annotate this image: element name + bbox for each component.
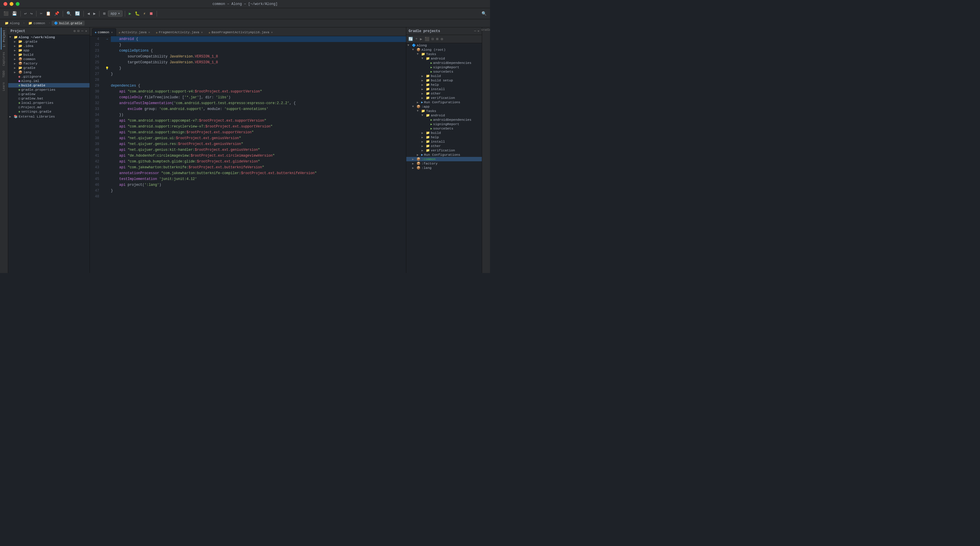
gradle-close-icon[interactable]: ✕ — [477, 29, 479, 33]
tree-along-iml[interactable]: ▶ ◼ Along.iml — [8, 79, 89, 83]
gradle-help[interactable]: ▶ 📁 help — [406, 83, 482, 87]
breadcrumb-common[interactable]: 📁 common — [26, 21, 48, 25]
breadcrumb-buildgradle[interactable]: 🔷 build.gradle — [52, 21, 84, 25]
window-title: common – Along – [~/work/Along] — [212, 2, 277, 6]
tree-lang[interactable]: ▶ 📦 lang — [8, 70, 89, 74]
tab-activity[interactable]: ☕ Activity.java ✕ — [116, 28, 153, 36]
gradle-settings-icon[interactable]: ⚙ — [440, 36, 444, 42]
project-menu-icon[interactable]: ⋯ — [81, 29, 83, 33]
save-icon[interactable]: 💾 — [11, 11, 18, 17]
breadcrumb-along[interactable]: 📁 Along — [2, 21, 22, 25]
editor-code-area[interactable]: 4 22 23 24 25 26 27 28 29 30 31 32 33 34… — [90, 36, 406, 273]
tree-local-props[interactable]: ▶ ◈ local.properties — [8, 100, 89, 105]
gradle-more-icon[interactable]: ⋯ — [474, 29, 476, 33]
gradle-android[interactable]: ▼ 📁 android — [406, 56, 482, 60]
forward-icon[interactable]: ▶ — [92, 11, 97, 17]
gradle-app-build[interactable]: ▶ 📁 build — [406, 131, 482, 135]
tree-gradlew-bat[interactable]: ▶ ◻ gradlew.bat — [8, 96, 89, 100]
gradle-buildsetup[interactable]: ▶ 📁 build setup — [406, 78, 482, 83]
learn-tab[interactable]: Learn — [1, 80, 7, 93]
gradle-verification[interactable]: ▶ 📁 verification — [406, 96, 482, 100]
code-line-38: api "net.qiujuer.genius.ui:$rootProject.… — [111, 135, 406, 141]
gradle-app-sourcesets[interactable]: ▶ ▶ sourceSets — [406, 126, 482, 131]
gradle-along[interactable]: ▼ 🔷 Along — [406, 43, 482, 48]
gradle-factory[interactable]: ▶ 📦 :factory — [406, 161, 482, 166]
gradle-run-configs[interactable]: ▶ ▶ Run Configurations — [406, 100, 482, 104]
undo-icon[interactable]: ↩ — [23, 11, 28, 17]
maximize-button[interactable] — [16, 2, 19, 6]
gradle-app-run-configs[interactable]: ▶ ▶ Run Configurations — [406, 153, 482, 157]
gradle-other[interactable]: ▶ 📁 other — [406, 91, 482, 96]
code-editor[interactable]: android { } compileOptions { sourceCompa… — [110, 36, 406, 273]
redo-icon[interactable]: ↪ — [29, 11, 33, 17]
gradle-run-icon[interactable]: ▶ — [419, 36, 423, 42]
gradle-app-other[interactable]: ▶ 📁 other — [406, 144, 482, 148]
code-line-40: api "net.qiujuer.genius:kit-handler:$roo… — [111, 147, 406, 153]
gradle-expand-icon[interactable]: ⊞ — [435, 36, 439, 42]
gradle-app[interactable]: ▼ 📦 :app — [406, 104, 482, 109]
gradle-sourcesets[interactable]: ▶ ▶ sourceSets — [406, 69, 482, 74]
gradle-along-root[interactable]: ▼ 📦 Along (root) — [406, 48, 482, 52]
tree-gitignore[interactable]: ▶ ◉ .gitignore — [8, 74, 89, 79]
gradle-install[interactable]: ▶ 📁 install — [406, 87, 482, 91]
back-icon[interactable]: ◀ — [86, 11, 91, 17]
gradle-app-tasks[interactable]: ▼ 📁 Tasks — [406, 109, 482, 113]
find-icon[interactable]: 🔍 — [65, 11, 73, 17]
gradle-app-help[interactable]: ▶ 📁 help — [406, 135, 482, 139]
tree-factory[interactable]: ▶ 📦 factory — [8, 61, 89, 65]
tree-common[interactable]: ▶ 📦 common — [8, 57, 89, 61]
tab-basefragment[interactable]: ☕ BaseFragmentActivityApi16.java ✕ — [206, 28, 276, 36]
close-button[interactable] — [3, 2, 7, 6]
gradle-tasks[interactable]: ▼ 📁 Tasks — [406, 52, 482, 56]
tree-gradlew[interactable]: ▶ ◻ gradlew — [8, 92, 89, 96]
gradle-androiddeps[interactable]: ▶ ▶ androidDependencies — [406, 60, 482, 65]
paste-icon[interactable]: 📌 — [53, 11, 60, 17]
gradle-vtab[interactable]: Gradle — [480, 27, 490, 33]
copy-icon[interactable]: 📋 — [45, 11, 52, 17]
tab-common[interactable]: ◈ common ✕ — [92, 28, 116, 36]
gradle-app-verification[interactable]: ▶ 📁 verification — [406, 148, 482, 153]
project-tab[interactable]: 1: Project — [1, 27, 7, 49]
cut-icon[interactable]: ✂ — [39, 11, 43, 17]
tree-gradle[interactable]: ▶ 📂 .gradle — [8, 39, 89, 44]
gradle-common[interactable]: ▶ 📦 :common — [406, 157, 482, 161]
captures-tab[interactable]: Captures — [1, 49, 7, 68]
tree-app[interactable]: ▶ 📂 app — [8, 48, 89, 53]
project-settings-icon[interactable]: ⚙ — [73, 29, 76, 33]
replace-icon[interactable]: 🔄 — [74, 11, 81, 17]
minimize-button[interactable] — [10, 2, 13, 6]
code-line-23: compileOptions { — [111, 48, 406, 54]
debug-button[interactable]: 🐛 — [134, 11, 141, 17]
tree-build-gradle[interactable]: ▶ ◈ build.gradle — [8, 83, 89, 88]
grid-icon[interactable]: ⊞ — [102, 11, 107, 17]
stop-button[interactable]: ⏹ — [148, 11, 154, 17]
app-dropdown[interactable]: app ▾ — [108, 11, 123, 17]
tree-build[interactable]: ▶ 📂 build — [8, 53, 89, 57]
todo-tab[interactable]: TODO — [1, 68, 7, 80]
project-close-icon[interactable]: ✕ — [85, 29, 87, 33]
tree-gradle-props[interactable]: ▶ ◈ gradle.properties — [8, 88, 89, 92]
gradle-link-icon[interactable]: + — [414, 36, 418, 42]
gradle-toggle-icon[interactable]: ⊟ — [431, 36, 435, 42]
project-icon[interactable]: ⬛ — [2, 11, 10, 17]
search-everywhere-icon[interactable]: 🔍 — [480, 11, 488, 17]
gradle-app-android[interactable]: ▼ 📁 android — [406, 113, 482, 118]
gradle-build[interactable]: ▶ 📁 build — [406, 74, 482, 78]
gradle-app-install[interactable]: ▶ 📁 install — [406, 139, 482, 144]
gradle-signingreport[interactable]: ▶ ▶ signingReport — [406, 65, 482, 69]
tree-settings-gradle[interactable]: ▶ ◈ settings.gradle — [8, 109, 89, 114]
tree-idea[interactable]: ▶ 📂 .idea — [8, 44, 89, 48]
tree-root[interactable]: ▼ 📁 Along ~/work/Along — [8, 35, 89, 39]
tree-gradle-folder[interactable]: ▶ 📂 gradle — [8, 65, 89, 70]
gradle-app-androiddeps[interactable]: ▶ ▶ androidDependencies — [406, 118, 482, 122]
project-collapse-icon[interactable]: ⊟ — [77, 29, 80, 33]
tree-external-libs[interactable]: ▶ 📚 External Libraries — [8, 114, 89, 119]
flash-button[interactable]: ⚡ — [142, 11, 147, 17]
gradle-refresh-icon[interactable]: 🔄 — [407, 36, 414, 42]
tab-fragmentactivity[interactable]: ☕ FragmentActivity.java ✕ — [153, 28, 206, 36]
run-button[interactable]: ▶ — [127, 11, 132, 17]
tree-project-md[interactable]: ▶ ◻ Project.md — [8, 105, 89, 109]
gradle-lang[interactable]: ▶ 📦 :lang — [406, 166, 482, 170]
gradle-debug-icon[interactable]: ⬛ — [424, 36, 430, 42]
gradle-app-signing[interactable]: ▶ ▶ signingReport — [406, 122, 482, 126]
